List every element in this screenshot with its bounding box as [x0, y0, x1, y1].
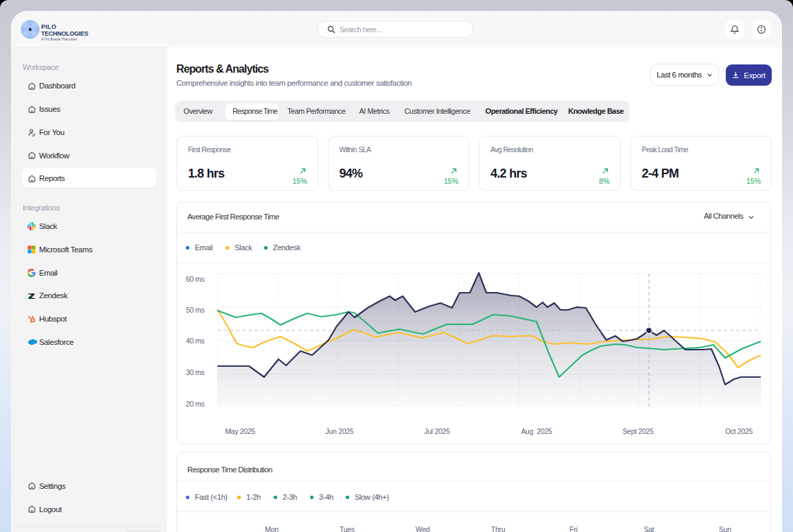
svg-text:60 ms: 60 ms [186, 275, 204, 283]
svg-text:TECHNOLOGIES: TECHNOLOGIES [41, 30, 88, 37]
svg-text:20 ms: 20 ms [186, 400, 204, 408]
svg-text:Aug 2025: Aug 2025 [521, 427, 552, 435]
svg-text:Jul 2025: Jul 2025 [424, 427, 450, 435]
svg-text:May 2025: May 2025 [225, 427, 255, 435]
svg-text:50 ms: 50 ms [186, 306, 204, 314]
svg-text:PILO: PILO [41, 23, 56, 30]
svg-text:AI For Brands That Listen.: AI For Brands That Listen. [41, 38, 78, 41]
svg-text:Jun 2025: Jun 2025 [326, 427, 354, 435]
svg-text:40 ms: 40 ms [186, 337, 204, 345]
svg-text:Oct 2025: Oct 2025 [725, 427, 753, 435]
svg-text:Sept 2025: Sept 2025 [622, 427, 654, 435]
svg-text:30 ms: 30 ms [186, 368, 204, 376]
